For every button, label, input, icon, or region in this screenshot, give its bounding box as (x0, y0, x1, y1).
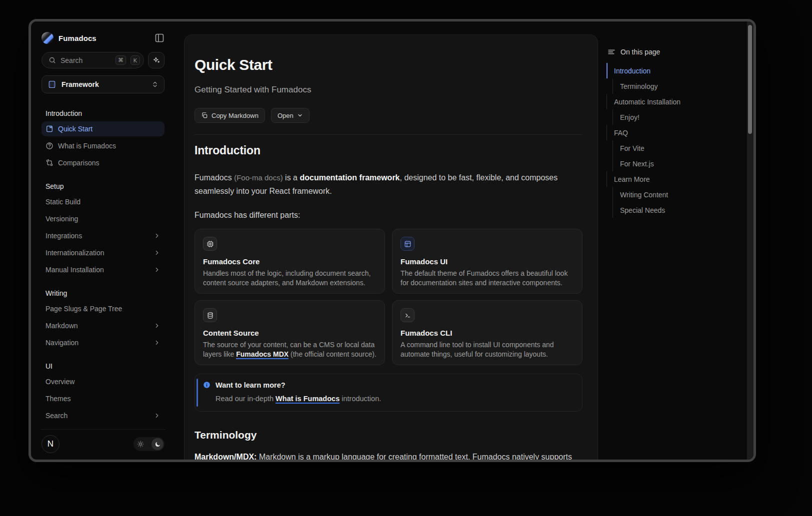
scrollbar-track[interactable] (747, 21, 754, 460)
open-label: Open (278, 112, 294, 119)
sun-icon[interactable] (134, 438, 146, 450)
intro-text: Fumadocs (194, 173, 234, 182)
parts-intro-text: Fumadocs has different parts: (194, 209, 582, 222)
introduction-heading: Introduction (194, 144, 582, 157)
callout-text: introduction. (340, 395, 381, 403)
toc-item-label: For Vite (620, 144, 644, 152)
sidebar-item-label: Overview (46, 378, 74, 386)
help-circle-icon (46, 142, 54, 150)
toc-title: On this page (620, 48, 660, 56)
sidebar-item-page-slugs[interactable]: Page Slugs & Page Tree (42, 301, 164, 316)
sidebar-item-navigation[interactable]: Navigation (42, 335, 164, 350)
sidebar-item-markdown[interactable]: Markdown (42, 318, 164, 333)
brand-title: Fumadocs (58, 34, 150, 42)
copy-markdown-button[interactable]: Copy Markdown (194, 108, 265, 123)
sidebar-nav: Introduction Quick Start What is Fumadoc… (42, 109, 164, 429)
sidebar-item-search[interactable]: Search (42, 408, 164, 423)
toc-item-automatic-installation[interactable]: Automatic Installation (606, 94, 732, 109)
kbd-k: K (130, 55, 140, 65)
toc-item-for-vite[interactable]: For Vite (606, 140, 732, 156)
page: Fumadocs Search ⌘ K (31, 21, 754, 460)
toc-rail (606, 171, 607, 187)
intro-bold-text: documentation framework (300, 173, 400, 182)
sidebar-item-themes[interactable]: Themes (42, 391, 164, 406)
sidebar-item-overview[interactable]: Overview (42, 374, 164, 389)
card-title: Fumadocs Core (203, 257, 376, 266)
toc-rail (612, 109, 613, 125)
chevron-right-icon (154, 339, 160, 346)
toc-rail (612, 202, 613, 218)
what-is-fumadocs-link[interactable]: What is Fumadocs (276, 395, 340, 404)
sidebar-item-static-build[interactable]: Static Build (42, 194, 164, 209)
terminal-icon (400, 308, 414, 322)
toc-item-special-needs[interactable]: Special Needs (606, 202, 732, 218)
theme-toggle[interactable] (134, 437, 164, 451)
article: Quick Start Getting Started with Fumadoc… (184, 34, 598, 460)
layout-icon (400, 237, 414, 251)
sidebar-item-what-is-fumadocs[interactable]: What is Fumadocs (42, 138, 164, 153)
toc-item-terminology[interactable]: Terminology (606, 78, 732, 94)
callout-title: Want to learn more? (216, 381, 574, 390)
info-callout: Want to learn more? Read our in-depth Wh… (194, 374, 582, 412)
card-fumadocs-core: Fumadocs Core Handles most of the logic,… (194, 229, 385, 294)
sidebar: Fumadocs Search ⌘ K (31, 21, 175, 460)
toc-item-learn-more[interactable]: Learn More (606, 171, 732, 187)
fumadocs-mdx-link[interactable]: Fumadocs MDX (236, 350, 288, 359)
toc-rail (606, 94, 607, 109)
card-fumadocs-cli: Fumadocs CLI A command line tool to inst… (392, 300, 582, 365)
scrollbar-thumb[interactable] (748, 25, 752, 134)
sidebar-item-quick-start[interactable]: Quick Start (42, 121, 164, 136)
framework-select[interactable]: Framework (42, 75, 164, 93)
chevron-right-icon (154, 266, 160, 273)
nav-section-title: Setup (46, 182, 160, 190)
sidebar-item-label: Markdown (46, 322, 78, 330)
sidebar-item-comparisons[interactable]: Comparisons (42, 155, 164, 170)
framework-select-value: Framework (62, 80, 146, 88)
search-input[interactable]: Search ⌘ K (42, 52, 144, 68)
book-icon (46, 125, 54, 133)
nextjs-logo-letter: N (48, 439, 54, 449)
sidebar-item-versioning[interactable]: Versioning (42, 211, 164, 226)
intro-paragraph: Fumadocs (Foo-ma docs) is a documentatio… (194, 171, 582, 198)
page-subtitle: Getting Started with Fumadocs (194, 84, 582, 95)
sidebar-item-manual-installation[interactable]: Manual Installation (42, 262, 164, 277)
card-description: A command line tool to install UI compon… (400, 340, 574, 359)
toc-item-enjoy[interactable]: Enjoy! (606, 109, 732, 125)
toc-icon (608, 48, 616, 56)
fumadocs-logo (42, 32, 54, 44)
nav-section-title: UI (46, 362, 160, 370)
nextjs-logo[interactable]: N (42, 435, 60, 453)
sidebar-item-label: Search (46, 412, 68, 420)
sidebar-item-label: Navigation (46, 339, 78, 347)
toc-item-label: Special Needs (620, 206, 665, 214)
card-title: Content Source (203, 329, 376, 337)
card-description: Handles most of the logic, including doc… (203, 269, 376, 288)
toc-rail (612, 140, 613, 156)
table-of-contents: On this page Introduction Terminology Au… (606, 46, 732, 218)
search-icon (48, 56, 56, 64)
copy-markdown-label: Copy Markdown (212, 112, 258, 119)
toc-item-label: FAQ (614, 129, 628, 137)
chevron-right-icon (154, 322, 160, 329)
sidebar-item-internationalization[interactable]: Internationalization (42, 245, 164, 260)
toc-item-label: For Next.js (620, 160, 654, 168)
chevron-down-icon (297, 112, 303, 118)
moon-icon[interactable] (152, 438, 164, 450)
toc-item-introduction[interactable]: Introduction (606, 63, 732, 78)
sidebar-item-label: Static Build (46, 198, 80, 206)
sidebar-item-label: Versioning (46, 215, 78, 223)
toc-item-label: Introduction (614, 67, 650, 75)
sidebar-item-label: Internationalization (46, 249, 104, 257)
building-icon (48, 80, 56, 89)
toc-item-writing-content[interactable]: Writing Content (606, 187, 732, 202)
toc-item-for-nextjs[interactable]: For Next.js (606, 156, 732, 171)
sidebar-item-integrations[interactable]: Integrations (42, 228, 164, 243)
sidebar-item-label: Comparisons (58, 159, 99, 167)
callout-body: Read our in-depth What is Fumadocs intro… (216, 394, 574, 404)
open-dropdown-button[interactable]: Open (271, 108, 310, 123)
toc-item-faq[interactable]: FAQ (606, 125, 732, 140)
toc-item-label: Writing Content (620, 191, 668, 199)
ai-assistant-button[interactable] (148, 52, 164, 68)
toc-rail (606, 63, 608, 78)
sidebar-collapse-icon[interactable] (154, 33, 164, 43)
